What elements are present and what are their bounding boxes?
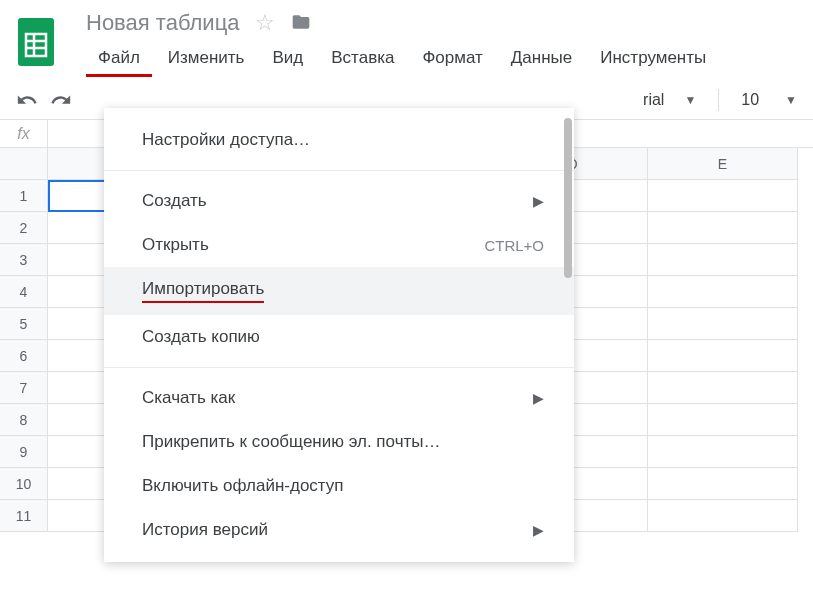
cell[interactable] [648, 436, 798, 468]
cell[interactable] [648, 404, 798, 436]
scrollbar-thumb[interactable] [564, 118, 572, 278]
menu-share-settings[interactable]: Настройки доступа… [104, 118, 574, 162]
row-header[interactable]: 3 [0, 244, 48, 276]
redo-icon[interactable] [50, 89, 72, 111]
chevron-right-icon: ▶ [533, 193, 544, 209]
row-header[interactable]: 6 [0, 340, 48, 372]
row-header[interactable]: 5 [0, 308, 48, 340]
cell[interactable] [648, 500, 798, 532]
chevron-down-icon[interactable]: ▼ [684, 93, 696, 107]
menu-file[interactable]: Файл [86, 42, 152, 77]
shortcut-label: CTRL+O [484, 237, 544, 254]
row-header[interactable]: 11 [0, 500, 48, 532]
row-header[interactable]: 4 [0, 276, 48, 308]
chevron-down-icon[interactable]: ▼ [785, 93, 797, 107]
chevron-right-icon: ▶ [533, 390, 544, 406]
menu-view[interactable]: Вид [260, 42, 315, 77]
divider [718, 89, 719, 111]
menu-make-copy[interactable]: Создать копию [104, 315, 574, 359]
menu-email-attachment[interactable]: Прикрепить к сообщению эл. почты… [104, 420, 574, 464]
menu-edit[interactable]: Изменить [156, 42, 257, 77]
row-header[interactable]: 10 [0, 468, 48, 500]
fx-label: fx [0, 120, 48, 147]
cell[interactable] [648, 276, 798, 308]
folder-icon[interactable] [291, 12, 311, 35]
menu-create[interactable]: Создать ▶ [104, 179, 574, 223]
menu-tools[interactable]: Инструменты [588, 42, 718, 77]
row-header[interactable]: 8 [0, 404, 48, 436]
menu-open[interactable]: Открыть CTRL+O [104, 223, 574, 267]
menu-download-as[interactable]: Скачать как ▶ [104, 376, 574, 420]
select-all-corner[interactable] [0, 148, 48, 180]
menubar: Файл Изменить Вид Вставка Формат Данные … [86, 42, 813, 77]
undo-icon[interactable] [16, 89, 38, 111]
chevron-right-icon: ▶ [533, 522, 544, 538]
row-header[interactable]: 9 [0, 436, 48, 468]
cell[interactable] [648, 212, 798, 244]
font-name[interactable]: rial [643, 91, 664, 109]
cell[interactable] [648, 180, 798, 212]
col-header[interactable]: E [648, 148, 798, 180]
menu-import[interactable]: Импортировать [104, 267, 574, 315]
row-header[interactable]: 1 [0, 180, 48, 212]
menu-version-history[interactable]: История версий ▶ [104, 508, 574, 552]
menu-format[interactable]: Формат [410, 42, 494, 77]
cell[interactable] [648, 244, 798, 276]
file-dropdown-menu: Настройки доступа… Создать ▶ Открыть CTR… [104, 108, 574, 562]
menu-separator [104, 170, 574, 171]
cell[interactable] [648, 468, 798, 500]
cell[interactable] [648, 340, 798, 372]
sheets-logo-icon [16, 16, 56, 68]
cell[interactable] [648, 372, 798, 404]
menu-separator [104, 367, 574, 368]
row-header[interactable]: 2 [0, 212, 48, 244]
menu-insert[interactable]: Вставка [319, 42, 406, 77]
menu-data[interactable]: Данные [499, 42, 584, 77]
row-header[interactable]: 7 [0, 372, 48, 404]
star-icon[interactable]: ☆ [255, 10, 275, 36]
font-size[interactable]: 10 [741, 91, 759, 109]
document-title[interactable]: Новая таблица [86, 10, 239, 36]
menu-offline-access[interactable]: Включить офлайн-доступ [104, 464, 574, 508]
cell[interactable] [648, 308, 798, 340]
